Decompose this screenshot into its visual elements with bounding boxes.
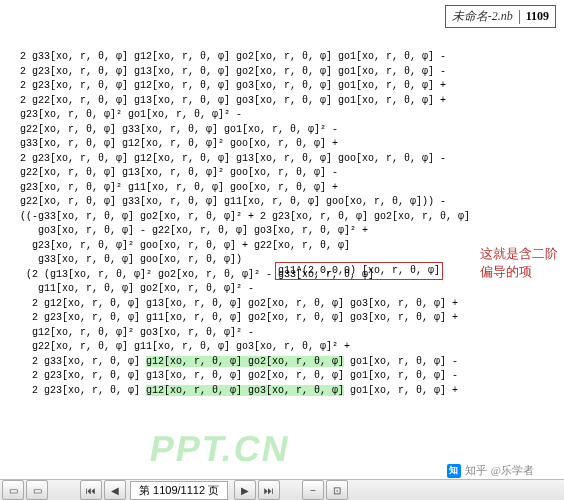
view-mode-button-1[interactable]: ▭ bbox=[2, 480, 24, 500]
code-line: 2 g23[xo, r, θ, φ] g13[xo, r, θ, φ] go2[… bbox=[20, 65, 556, 80]
code-line: g22[xo, r, θ, φ] g33[xo, r, θ, φ] g11[xo… bbox=[20, 195, 556, 210]
code-line: g33[xo, r, θ, φ] g12[xo, r, θ, φ]² goo[x… bbox=[20, 137, 556, 152]
annotation-line-2: 偏导的项 bbox=[480, 264, 532, 279]
separator bbox=[519, 10, 520, 24]
code-line: 2 g33[xo, r, θ, φ] g12[xo, r, θ, φ] go2[… bbox=[20, 355, 556, 370]
code-line: go3[xo, r, θ, φ] - g22[xo, r, θ, φ] go3[… bbox=[20, 224, 556, 239]
header-filename-box: 未命名-2.nb 1109 bbox=[445, 5, 556, 28]
code-line: g22[xo, r, θ, φ] g33[xo, r, θ, φ] go1[xo… bbox=[20, 123, 556, 138]
zoom-fit-button[interactable]: ⊡ bbox=[326, 480, 348, 500]
code-line: 2 g23[xo, r, θ, φ] g12[xo, r, θ, φ] g13[… bbox=[20, 152, 556, 167]
code-line: g22[xo, r, θ, φ] g11[xo, r, θ, φ] go3[xo… bbox=[20, 340, 556, 355]
code-line: 2 g23[xo, r, θ, φ] g12[xo, r, θ, φ] go3[… bbox=[20, 79, 556, 94]
zhihu-user: @乐学者 bbox=[491, 463, 534, 478]
code-line: g12[xo, r, θ, φ]² go3[xo, r, θ, φ]² - bbox=[20, 326, 556, 341]
next-page-button[interactable]: ▶ bbox=[234, 480, 256, 500]
code-line: 2 g33[xo, r, θ, φ] g12[xo, r, θ, φ] go2[… bbox=[20, 50, 556, 65]
view-mode-button-2[interactable]: ▭ bbox=[26, 480, 48, 500]
code-line: 2 g23[xo, r, θ, φ] g12[xo, r, θ, φ] go3[… bbox=[20, 384, 556, 399]
zhihu-icon: 知 bbox=[447, 464, 461, 478]
page-indicator[interactable]: 第 1109/1112 页 bbox=[130, 481, 228, 500]
first-page-button[interactable]: ⏮ bbox=[80, 480, 102, 500]
boxed-derivative-term: g11^(2,0,0,0) [xo, r, θ, φ] bbox=[275, 262, 443, 280]
code-line: g22[xo, r, θ, φ] g13[xo, r, θ, φ]² goo[x… bbox=[20, 166, 556, 181]
code-line: g23[xo, r, θ, φ]² g11[xo, r, θ, φ] goo[x… bbox=[20, 181, 556, 196]
code-line: g11[xo, r, θ, φ] go2[xo, r, θ, φ]² - bbox=[20, 282, 556, 297]
code-line: 2 g22[xo, r, θ, φ] g13[xo, r, θ, φ] go3[… bbox=[20, 94, 556, 109]
annotation-line-1: 这就是含二阶 bbox=[480, 246, 558, 261]
page-number-header: 1109 bbox=[526, 9, 549, 24]
last-page-button[interactable]: ⏭ bbox=[258, 480, 280, 500]
zoom-out-button[interactable]: − bbox=[302, 480, 324, 500]
zhihu-attribution: 知 知乎 @乐学者 bbox=[447, 463, 534, 478]
code-line: g23[xo, r, θ, φ]² goo[xo, r, θ, φ] + g22… bbox=[20, 239, 556, 254]
code-line: 2 g23[xo, r, θ, φ] g11[xo, r, θ, φ] go2[… bbox=[20, 311, 556, 326]
zhihu-site: 知乎 bbox=[465, 463, 487, 478]
annotation-text: 这就是含二阶 偏导的项 bbox=[480, 245, 558, 281]
prev-page-button[interactable]: ◀ bbox=[104, 480, 126, 500]
file-title: 未命名-2.nb bbox=[452, 8, 513, 25]
code-line: 2 g23[xo, r, θ, φ] g13[xo, r, θ, φ] go2[… bbox=[20, 369, 556, 384]
code-line: 2 g12[xo, r, θ, φ] g13[xo, r, θ, φ] go2[… bbox=[20, 297, 556, 312]
status-bar: ▭ ▭ ⏮ ◀ 第 1109/1112 页 ▶ ⏭ − ⊡ bbox=[0, 479, 564, 500]
code-line: g23[xo, r, θ, φ]² go1[xo, r, θ, φ]² - bbox=[20, 108, 556, 123]
code-line: ((-g33[xo, r, θ, φ] go2[xo, r, θ, φ]² + … bbox=[20, 210, 556, 225]
